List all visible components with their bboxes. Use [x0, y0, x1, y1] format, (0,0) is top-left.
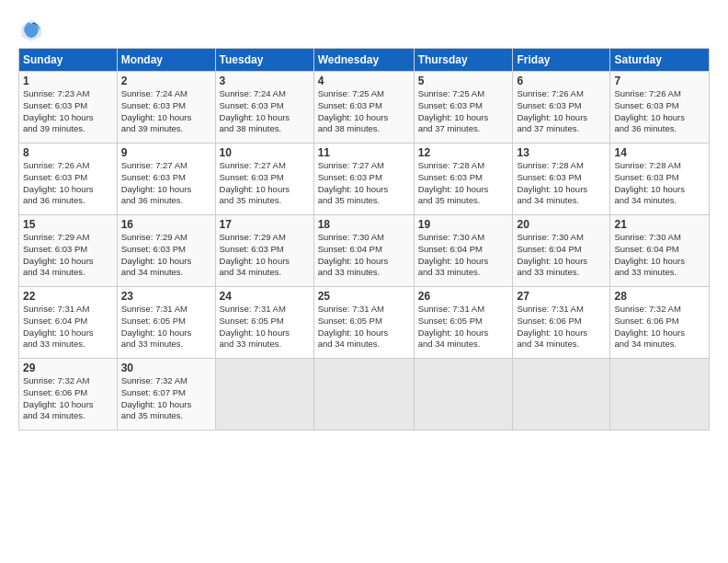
- calendar-day-cell: 14Sunrise: 7:28 AM Sunset: 6:03 PM Dayli…: [610, 144, 710, 215]
- empty-cell: [414, 359, 513, 431]
- weekday-header-thursday: Thursday: [414, 49, 513, 72]
- day-info: Sunrise: 7:29 AM Sunset: 6:03 PM Dayligh…: [121, 232, 211, 279]
- day-number: 8: [23, 146, 113, 159]
- day-number: 17: [220, 218, 310, 231]
- day-info: Sunrise: 7:23 AM Sunset: 6:03 PM Dayligh…: [23, 88, 113, 135]
- day-info: Sunrise: 7:27 AM Sunset: 6:03 PM Dayligh…: [220, 160, 310, 207]
- calendar-day-cell: 6Sunrise: 7:26 AM Sunset: 6:03 PM Daylig…: [513, 72, 610, 144]
- weekday-header-tuesday: Tuesday: [215, 49, 313, 72]
- day-number: 21: [614, 218, 705, 231]
- day-number: 16: [121, 218, 211, 231]
- calendar-day-cell: 17Sunrise: 7:29 AM Sunset: 6:03 PM Dayli…: [215, 215, 313, 287]
- day-info: Sunrise: 7:26 AM Sunset: 6:03 PM Dayligh…: [517, 88, 606, 135]
- day-number: 18: [318, 218, 410, 231]
- calendar-day-cell: 5Sunrise: 7:25 AM Sunset: 6:03 PM Daylig…: [414, 72, 513, 144]
- calendar-day-cell: 16Sunrise: 7:29 AM Sunset: 6:03 PM Dayli…: [117, 215, 215, 287]
- calendar-day-cell: 27Sunrise: 7:31 AM Sunset: 6:06 PM Dayli…: [513, 287, 610, 359]
- day-number: 14: [614, 146, 705, 159]
- page: SundayMondayTuesdayWednesdayThursdayFrid…: [0, 0, 728, 563]
- empty-cell: [215, 359, 313, 431]
- day-number: 2: [121, 75, 211, 87]
- calendar-day-cell: 13Sunrise: 7:28 AM Sunset: 6:03 PM Dayli…: [513, 144, 610, 215]
- day-number: 26: [418, 290, 509, 303]
- day-info: Sunrise: 7:28 AM Sunset: 6:03 PM Dayligh…: [614, 160, 705, 207]
- day-info: Sunrise: 7:26 AM Sunset: 6:03 PM Dayligh…: [23, 160, 113, 207]
- calendar-week-row: 15Sunrise: 7:29 AM Sunset: 6:03 PM Dayli…: [19, 215, 710, 287]
- empty-cell: [513, 359, 610, 431]
- day-number: 10: [220, 146, 310, 159]
- day-number: 29: [23, 362, 113, 374]
- weekday-header-saturday: Saturday: [610, 49, 710, 72]
- day-info: Sunrise: 7:30 AM Sunset: 6:04 PM Dayligh…: [614, 232, 705, 279]
- day-number: 15: [23, 218, 113, 231]
- day-number: 9: [121, 146, 211, 159]
- calendar-day-cell: 26Sunrise: 7:31 AM Sunset: 6:05 PM Dayli…: [414, 287, 513, 359]
- day-number: 13: [517, 146, 606, 159]
- day-number: 1: [23, 75, 113, 87]
- logo: [18, 17, 48, 42]
- empty-cell: [313, 359, 414, 431]
- calendar-day-cell: 8Sunrise: 7:26 AM Sunset: 6:03 PM Daylig…: [19, 144, 118, 215]
- day-info: Sunrise: 7:30 AM Sunset: 6:04 PM Dayligh…: [318, 232, 410, 279]
- calendar-day-cell: 28Sunrise: 7:32 AM Sunset: 6:06 PM Dayli…: [610, 287, 710, 359]
- day-number: 24: [220, 290, 310, 303]
- calendar-day-cell: 7Sunrise: 7:26 AM Sunset: 6:03 PM Daylig…: [610, 72, 710, 144]
- day-info: Sunrise: 7:28 AM Sunset: 6:03 PM Dayligh…: [418, 160, 509, 207]
- day-number: 7: [614, 75, 705, 87]
- calendar-header-row: SundayMondayTuesdayWednesdayThursdayFrid…: [19, 49, 710, 72]
- weekday-header-sunday: Sunday: [19, 49, 118, 72]
- calendar-day-cell: 18Sunrise: 7:30 AM Sunset: 6:04 PM Dayli…: [313, 215, 414, 287]
- calendar-day-cell: 1Sunrise: 7:23 AM Sunset: 6:03 PM Daylig…: [19, 72, 118, 144]
- calendar-day-cell: 9Sunrise: 7:27 AM Sunset: 6:03 PM Daylig…: [117, 144, 215, 215]
- day-number: 12: [418, 146, 509, 159]
- day-info: Sunrise: 7:31 AM Sunset: 6:05 PM Dayligh…: [220, 304, 310, 350]
- weekday-header-wednesday: Wednesday: [313, 49, 414, 72]
- day-info: Sunrise: 7:31 AM Sunset: 6:05 PM Dayligh…: [418, 304, 509, 350]
- day-info: Sunrise: 7:32 AM Sunset: 6:06 PM Dayligh…: [614, 304, 705, 350]
- day-info: Sunrise: 7:25 AM Sunset: 6:03 PM Dayligh…: [418, 88, 509, 135]
- day-number: 19: [418, 218, 509, 231]
- header: [18, 17, 710, 42]
- calendar-day-cell: 19Sunrise: 7:30 AM Sunset: 6:04 PM Dayli…: [414, 215, 513, 287]
- calendar-day-cell: 24Sunrise: 7:31 AM Sunset: 6:05 PM Dayli…: [215, 287, 313, 359]
- calendar-day-cell: 20Sunrise: 7:30 AM Sunset: 6:04 PM Dayli…: [513, 215, 610, 287]
- calendar-week-row: 22Sunrise: 7:31 AM Sunset: 6:04 PM Dayli…: [19, 287, 710, 359]
- calendar-day-cell: 12Sunrise: 7:28 AM Sunset: 6:03 PM Dayli…: [414, 144, 513, 215]
- day-info: Sunrise: 7:31 AM Sunset: 6:04 PM Dayligh…: [23, 304, 113, 350]
- day-number: 28: [614, 290, 705, 303]
- day-info: Sunrise: 7:29 AM Sunset: 6:03 PM Dayligh…: [220, 232, 310, 279]
- calendar-day-cell: 22Sunrise: 7:31 AM Sunset: 6:04 PM Dayli…: [19, 287, 118, 359]
- calendar-day-cell: 29Sunrise: 7:32 AM Sunset: 6:06 PM Dayli…: [19, 359, 118, 431]
- day-number: 11: [318, 146, 410, 159]
- calendar-day-cell: 21Sunrise: 7:30 AM Sunset: 6:04 PM Dayli…: [610, 215, 710, 287]
- day-number: 22: [23, 290, 113, 303]
- day-info: Sunrise: 7:31 AM Sunset: 6:06 PM Dayligh…: [517, 304, 606, 350]
- day-number: 20: [517, 218, 606, 231]
- day-info: Sunrise: 7:31 AM Sunset: 6:05 PM Dayligh…: [318, 304, 410, 350]
- day-info: Sunrise: 7:30 AM Sunset: 6:04 PM Dayligh…: [418, 232, 509, 279]
- day-info: Sunrise: 7:27 AM Sunset: 6:03 PM Dayligh…: [318, 160, 410, 207]
- calendar-day-cell: 4Sunrise: 7:25 AM Sunset: 6:03 PM Daylig…: [313, 72, 414, 144]
- day-info: Sunrise: 7:24 AM Sunset: 6:03 PM Dayligh…: [220, 88, 310, 135]
- calendar-week-row: 1Sunrise: 7:23 AM Sunset: 6:03 PM Daylig…: [19, 72, 710, 144]
- calendar-day-cell: 23Sunrise: 7:31 AM Sunset: 6:05 PM Dayli…: [117, 287, 215, 359]
- calendar-day-cell: 10Sunrise: 7:27 AM Sunset: 6:03 PM Dayli…: [215, 144, 313, 215]
- day-number: 4: [318, 75, 410, 87]
- day-number: 6: [517, 75, 606, 87]
- calendar-week-row: 8Sunrise: 7:26 AM Sunset: 6:03 PM Daylig…: [19, 144, 710, 215]
- day-info: Sunrise: 7:31 AM Sunset: 6:05 PM Dayligh…: [121, 304, 211, 350]
- day-number: 27: [517, 290, 606, 303]
- day-number: 30: [121, 362, 211, 374]
- calendar-day-cell: 25Sunrise: 7:31 AM Sunset: 6:05 PM Dayli…: [313, 287, 414, 359]
- calendar-day-cell: 11Sunrise: 7:27 AM Sunset: 6:03 PM Dayli…: [313, 144, 414, 215]
- weekday-header-friday: Friday: [513, 49, 610, 72]
- day-info: Sunrise: 7:29 AM Sunset: 6:03 PM Dayligh…: [23, 232, 113, 279]
- logo-icon: [18, 17, 44, 42]
- day-info: Sunrise: 7:25 AM Sunset: 6:03 PM Dayligh…: [318, 88, 410, 135]
- calendar-day-cell: 30Sunrise: 7:32 AM Sunset: 6:07 PM Dayli…: [117, 359, 215, 431]
- day-info: Sunrise: 7:27 AM Sunset: 6:03 PM Dayligh…: [121, 160, 211, 207]
- calendar-day-cell: 2Sunrise: 7:24 AM Sunset: 6:03 PM Daylig…: [117, 72, 215, 144]
- day-info: Sunrise: 7:30 AM Sunset: 6:04 PM Dayligh…: [517, 232, 606, 279]
- calendar-table: SundayMondayTuesdayWednesdayThursdayFrid…: [18, 48, 710, 431]
- day-info: Sunrise: 7:24 AM Sunset: 6:03 PM Dayligh…: [121, 88, 211, 135]
